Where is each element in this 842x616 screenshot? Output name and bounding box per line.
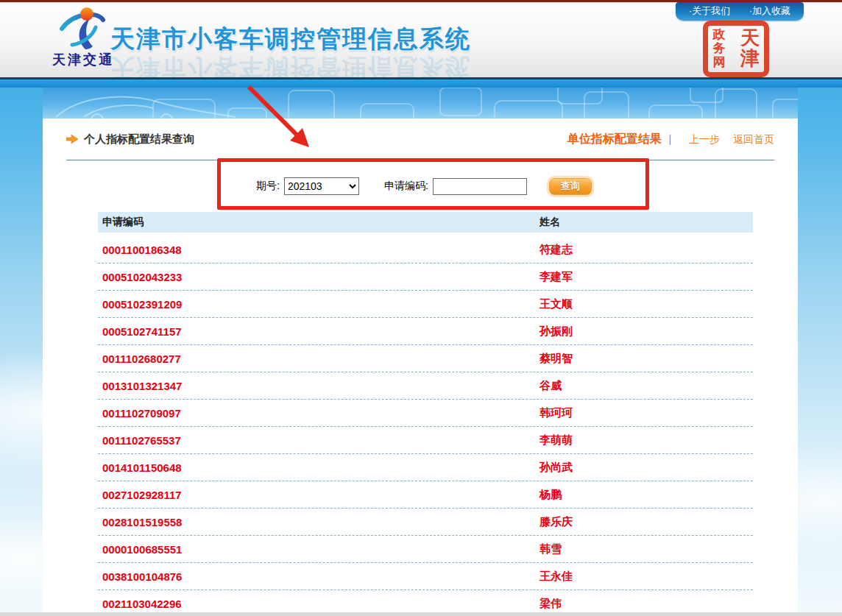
add-favorite-link[interactable]: ·加入收藏 <box>749 5 790 16</box>
top-banner <box>43 88 798 118</box>
row-name: 蔡明智 <box>539 352 753 366</box>
row-name: 李萌萌 <box>539 433 753 447</box>
row-code: 0014101150648 <box>102 461 539 474</box>
row-code: 0021103042296 <box>102 598 539 610</box>
row-name: 孙振刚 <box>539 325 753 339</box>
row-name: 李建军 <box>539 270 753 284</box>
table-row: 0014101150648 孙尚武 <box>98 454 753 481</box>
table-header-row: 申请编码 姓名 <box>98 212 753 233</box>
main-container: 个人指标配置结果查询 单位指标配置结果 | 上一步 返回首页 期号: 20210… <box>43 88 798 612</box>
site-title: 天津市小客车调控管理信息系统 <box>110 23 471 56</box>
nav-links: 单位指标配置结果 | 上一步 返回首页 <box>567 132 774 147</box>
row-name: 梁伟 <box>539 597 753 611</box>
page-title: 个人指标配置结果查询 <box>84 132 194 146</box>
row-code: 0028101519558 <box>102 516 539 528</box>
header-bottom-strip <box>0 77 842 88</box>
row-code: 0011102680277 <box>102 353 539 365</box>
search-button[interactable]: 查询 <box>549 178 592 195</box>
row-code: 0011102709097 <box>102 407 539 419</box>
table-row: 0005102741157 孙振刚 <box>98 318 753 345</box>
table-row: 0011102680277 蔡明智 <box>98 345 753 372</box>
search-form: 期号: 202103 申请编码: 查询 <box>66 160 774 212</box>
row-name: 韩雪 <box>539 542 753 556</box>
logo-swoosh-icon <box>54 7 112 52</box>
site-header: 天津交通 天津市小客车调控管理信息系统 天津市小客车调控管理信息系统 ·关于我们… <box>0 2 842 77</box>
page-bottom-strip <box>0 612 842 616</box>
previous-step-link[interactable]: 上一步 <box>689 133 720 145</box>
result-table: 申请编码 姓名 0001100186348 符建志 0005102043233 … <box>98 212 753 616</box>
table-row: 0027102928117 杨鹏 <box>98 481 753 509</box>
row-code: 0013101321347 <box>102 380 539 392</box>
header-name: 姓名 <box>539 216 753 229</box>
breadcrumb: 个人指标配置结果查询 <box>66 132 194 146</box>
row-code: 0005102043233 <box>102 271 539 283</box>
row-name: 孙尚武 <box>539 461 753 475</box>
return-home-link[interactable]: 返回首页 <box>733 133 774 145</box>
period-select[interactable]: 202103 <box>284 177 359 195</box>
row-code: 0038100104876 <box>102 570 539 583</box>
table-row: 0011102765537 李萌萌 <box>98 427 753 454</box>
table-row: 0001100186348 符建志 <box>98 236 753 263</box>
table-row: 0011102709097 韩珂珂 <box>98 400 753 427</box>
application-code-label: 申请编码: <box>384 180 428 193</box>
row-code: 0027102928117 <box>102 489 539 501</box>
row-name: 王文顺 <box>539 297 753 311</box>
row-code: 0005102391209 <box>102 298 539 311</box>
row-name: 滕乐庆 <box>539 515 753 529</box>
row-code: 0005102741157 <box>102 325 539 338</box>
top-links-bar: ·关于我们 ·加入收藏 <box>676 2 804 21</box>
unit-result-link[interactable]: 单位指标配置结果 <box>567 132 662 145</box>
gov-seal: 政务网 天津 <box>703 21 769 77</box>
seal-right-chars: 天津 <box>740 27 760 71</box>
row-code: 0001100186348 <box>102 244 539 256</box>
row-code: 0000100685551 <box>102 543 539 556</box>
orange-arrow-icon <box>66 134 78 144</box>
content-area: 个人指标配置结果查询 单位指标配置结果 | 上一步 返回首页 期号: 20210… <box>43 118 798 616</box>
seal-left-chars: 政务网 <box>712 27 726 71</box>
nav-divider: | <box>669 133 672 145</box>
table-row: 0005102391209 王文顺 <box>98 291 753 318</box>
table-row: 0028101519558 滕乐庆 <box>98 509 753 536</box>
page-title-row: 个人指标配置结果查询 单位指标配置结果 | 上一步 返回首页 <box>66 118 774 160</box>
banner-car-outline <box>56 97 236 118</box>
table-row: 0013101321347 谷威 <box>98 372 753 400</box>
row-name: 符建志 <box>539 243 753 257</box>
banner-decoration <box>43 88 798 118</box>
row-code: 0011102765537 <box>102 434 539 447</box>
application-code-input[interactable] <box>433 178 527 195</box>
row-name: 谷威 <box>539 379 753 393</box>
table-row: 0038100104876 王永佳 <box>98 563 753 590</box>
about-us-link[interactable]: ·关于我们 <box>689 5 730 16</box>
table-row: 0000100685551 韩雪 <box>98 536 753 563</box>
row-name: 韩珂珂 <box>539 406 753 420</box>
period-label: 期号: <box>256 180 280 193</box>
row-name: 王永佳 <box>539 570 753 584</box>
row-name: 杨鹏 <box>539 488 753 502</box>
header-application-code: 申请编码 <box>102 216 539 229</box>
table-row: 0005102043233 李建军 <box>98 263 753 291</box>
